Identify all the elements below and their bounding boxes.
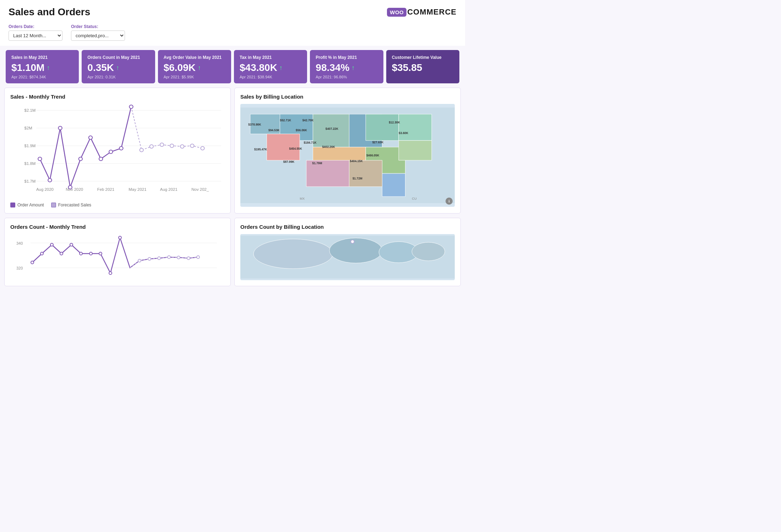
svg-point-53 <box>158 257 160 260</box>
kpi-sales-value: $1.10M ↑ <box>11 62 73 73</box>
orders-map-title: Orders Count by Billing Location <box>240 224 455 230</box>
data-dot-3 <box>58 126 62 130</box>
svg-point-45 <box>70 243 73 246</box>
svg-point-46 <box>80 252 82 255</box>
forecast-dot-6 <box>190 144 194 148</box>
legend-forecasted-label: Forecasted Sales <box>58 203 91 207</box>
svg-marker-18 <box>349 160 382 187</box>
x-label-feb21: Feb 2021 <box>97 187 114 192</box>
data-dot-5 <box>79 157 82 161</box>
kpi-tax-prev: Apr 2021: $38.94K <box>240 75 301 79</box>
billing-map-title: Sales by Billing Location <box>240 94 455 100</box>
svg-text:$3.60K: $3.60K <box>399 131 408 135</box>
x-label-aug20: Aug 2020 <box>36 187 54 192</box>
kpi-clv-title: Customer Lifetime Value <box>392 55 454 60</box>
svg-text:$195.47K: $195.47K <box>254 148 267 151</box>
svg-point-43 <box>50 243 53 246</box>
kpi-avg-order-arrow: ↑ <box>198 64 201 72</box>
svg-point-42 <box>40 252 43 255</box>
svg-text:$454.55K: $454.55K <box>289 147 302 150</box>
data-dot-4 <box>68 185 72 189</box>
kpi-avg-order-title: Avg Order Value in May 2021 <box>164 55 225 60</box>
y-label-2m: $2M <box>24 126 32 130</box>
data-dot-2 <box>48 178 51 182</box>
sales-trend-chart: $2.1M $2M $1.9M $1.8M $1.7M Aug 2020 Nov… <box>10 104 225 196</box>
kpi-clv-value: $35.85 <box>392 62 454 73</box>
svg-text:$12.30K: $12.30K <box>389 121 400 124</box>
svg-point-52 <box>148 257 151 260</box>
kpi-profit-value: 98.34% ↑ <box>316 62 377 73</box>
woo-badge: WOO <box>387 8 406 17</box>
forecast-dot-5 <box>180 145 184 148</box>
kpi-orders-title: Orders Count in May 2021 <box>87 55 149 60</box>
orders-trend-chart: 340 320 <box>10 234 225 280</box>
legend-forecasted-box <box>51 203 56 207</box>
kpi-row: Sales in May 2021 $1.10M ↑ Apr 2021: $87… <box>0 46 465 88</box>
sales-trend-legend: Order Amount Forecasted Sales <box>10 200 225 207</box>
kpi-sales-arrow: ↑ <box>47 64 50 72</box>
svg-text:$1.79M: $1.79M <box>312 161 322 165</box>
kpi-tax-arrow: ↑ <box>279 64 283 72</box>
bottom-charts-grid: Orders Count - Monthly Trend 340 320 <box>0 218 465 290</box>
svg-text:$407.22K: $407.22K <box>326 127 338 131</box>
forecast-line <box>131 107 203 150</box>
orders-billing-map <box>240 234 455 280</box>
us-map-svg: MX CU $378.98K $52.71K $42.70K $94.53K $… <box>240 104 455 207</box>
svg-text:$42.70K: $42.70K <box>302 118 314 122</box>
forecast-dot-3 <box>160 143 164 146</box>
data-dot-9 <box>119 146 123 150</box>
svg-text:CU: CU <box>412 197 416 200</box>
kpi-orders-arrow: ↑ <box>116 64 119 72</box>
svg-point-55 <box>177 256 180 259</box>
svg-text:MX: MX <box>300 197 305 200</box>
kpi-avg-order-prev: Apr 2021: $5.99K <box>164 75 225 79</box>
y-label-17m: $1.7M <box>24 179 36 183</box>
svg-text:$378.98K: $378.98K <box>248 123 261 126</box>
svg-text:$404.15K: $404.15K <box>350 159 363 163</box>
orders-trend-panel: Orders Count - Monthly Trend 340 320 <box>4 218 231 286</box>
svg-point-54 <box>168 256 170 259</box>
svg-text:$27.63K: $27.63K <box>372 140 384 144</box>
orders-map-panel: Orders Count by Billing Location <box>234 218 461 286</box>
orders-date-label: Orders Date: <box>9 24 62 29</box>
x-label-nov21: Nov 202_ <box>191 187 209 192</box>
orders-trend-svg: 340 320 <box>10 234 225 280</box>
data-dot-6 <box>89 136 92 139</box>
svg-point-48 <box>99 252 102 255</box>
svg-text:$94.53K: $94.53K <box>268 128 280 132</box>
svg-point-41 <box>31 261 34 264</box>
svg-text:$184.71K: $184.71K <box>304 141 316 144</box>
kpi-sales-title: Sales in May 2021 <box>11 55 73 60</box>
legend-order-amount-label: Order Amount <box>17 203 44 207</box>
orders-date-select[interactable]: Last 12 Month... <box>9 31 62 41</box>
svg-text:$1.72M: $1.72M <box>353 177 362 180</box>
orders-map-svg <box>240 234 455 280</box>
data-dot-1 <box>38 157 42 161</box>
legend-order-amount-box <box>10 203 15 207</box>
svg-point-44 <box>60 252 63 255</box>
y-label-18m: $1.8M <box>24 161 36 166</box>
y-label-320: 320 <box>16 266 23 270</box>
order-status-select[interactable]: completed,pro... <box>71 31 125 41</box>
kpi-tax: Tax in May 2021 $43.80K ↑ Apr 2021: $38.… <box>234 50 307 83</box>
svg-text:$87.99K: $87.99K <box>283 160 295 164</box>
map-info-button[interactable]: i <box>446 198 453 205</box>
kpi-orders-prev: Apr 2021: 0.31K <box>87 75 149 79</box>
order-status-filter: Order Status: completed,pro... <box>71 24 125 41</box>
order-status-label: Order Status: <box>71 24 125 29</box>
forecast-dot-7 <box>201 146 204 150</box>
svg-marker-12 <box>399 114 432 140</box>
y-label-21m: $2.1M <box>24 108 36 112</box>
x-label-may21: May 2021 <box>129 187 146 192</box>
kpi-avg-order: Avg Order Value in May 2021 $6.09K ↑ Apr… <box>158 50 231 83</box>
kpi-avg-order-value: $6.09K ↑ <box>164 62 225 73</box>
sales-trend-title: Sales - Monthly Trend <box>10 94 225 100</box>
sales-trend-svg: $2.1M $2M $1.9M $1.8M $1.7M Aug 2020 Nov… <box>10 104 225 196</box>
kpi-tax-value: $43.80K ↑ <box>240 62 301 73</box>
svg-point-50 <box>119 236 121 239</box>
kpi-orders: Orders Count in May 2021 0.35K ↑ Apr 202… <box>82 50 155 83</box>
kpi-tax-title: Tax in May 2021 <box>240 55 301 60</box>
legend-order-amount: Order Amount <box>10 203 44 207</box>
legend-forecasted: Forecasted Sales <box>51 203 91 207</box>
orders-trend-title: Orders Count - Monthly Trend <box>10 224 225 230</box>
